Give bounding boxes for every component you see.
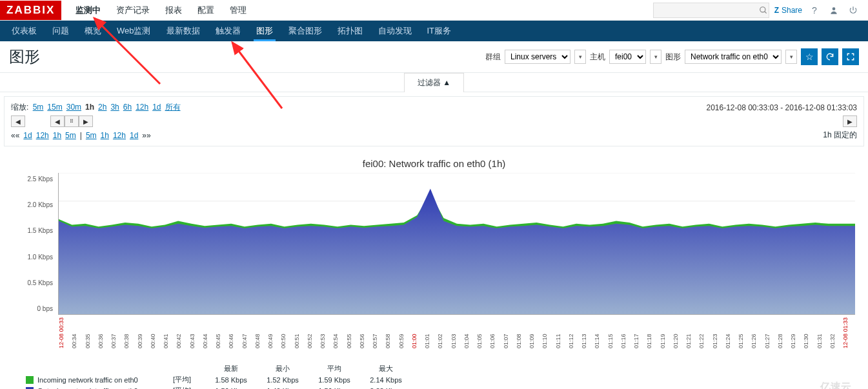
quick-l-5m[interactable]: 5m (65, 131, 76, 140)
page-title: 图形 (9, 46, 40, 67)
group-select[interactable]: Linux servers (505, 50, 570, 64)
power-icon[interactable] (846, 3, 860, 17)
search-input[interactable] (654, 6, 758, 15)
zoom-2h[interactable]: 2h (98, 103, 106, 112)
top-nav-2[interactable]: 报表 (157, 0, 190, 21)
quick-l-1h[interactable]: 1h (53, 131, 61, 140)
top-nav-3[interactable]: 配置 (190, 0, 222, 21)
watermark: 亿速云 (820, 381, 851, 389)
filter-tab-bar: 过滤器 ▲ (0, 72, 868, 92)
zoom-15m[interactable]: 15m (47, 103, 62, 112)
zoom-links: 缩放: 5m15m30m1h2h3h6h12h1d所有 (11, 102, 183, 113)
zoom-label: 缩放: (11, 103, 28, 112)
sub-nav-9[interactable]: 自动发现 (370, 21, 419, 41)
host-label: 主机 (590, 52, 605, 63)
slider-right-button[interactable]: ▶ (79, 115, 93, 127)
svg-point-2 (833, 7, 836, 10)
quick-l-12h[interactable]: 12h (36, 131, 49, 140)
quick-nav-left: ««1d12h1h5m | 5m1h12h1d»» (11, 131, 151, 140)
quick-l-1d[interactable]: 1d (23, 131, 32, 140)
zoom-30m[interactable]: 30m (66, 103, 81, 112)
fixed-label: 1h 固定的 (823, 130, 857, 141)
sub-nav-0[interactable]: 仪表板 (4, 21, 45, 41)
top-header: ZABBIX 监测中资产记录报表配置管理 ZShare ? (0, 0, 868, 21)
help-icon[interactable]: ? (807, 3, 822, 17)
slider-grip-button[interactable]: ⠿ (65, 115, 79, 127)
quick-r-12h[interactable]: 12h (113, 131, 126, 140)
quick-r-1h[interactable]: 1h (101, 131, 109, 140)
quick-r-5m[interactable]: 5m (86, 131, 97, 140)
legend-swatch (26, 376, 34, 384)
top-nav-0[interactable]: 监测中 (68, 0, 108, 21)
legend-swatch (26, 387, 34, 389)
sub-nav-5[interactable]: 触发器 (208, 21, 248, 41)
top-nav: 监测中资产记录报表配置管理 (68, 0, 254, 21)
sub-nav-10[interactable]: IT服务 (419, 21, 459, 41)
user-icon[interactable] (827, 3, 841, 17)
svg-point-0 (760, 6, 765, 12)
share-link[interactable]: ZShare (774, 6, 802, 15)
filter-toggle[interactable]: 过滤器 ▲ (404, 73, 464, 92)
zoom-所有[interactable]: 所有 (165, 103, 181, 112)
logo: ZABBIX (0, 1, 61, 20)
y-axis: 2.5 Kbps2.0 Kbps1.5 Kbps1.0 Kbps0.5 Kbps… (13, 173, 58, 315)
time-prev-button[interactable]: ◀ (11, 115, 25, 127)
time-next-button[interactable]: ▶ (843, 115, 857, 127)
chart-plot (58, 173, 855, 315)
fullscreen-button[interactable] (842, 48, 859, 65)
graph-select[interactable]: Network traffic on eth0 (685, 50, 782, 64)
sub-nav-4[interactable]: 最新数据 (159, 21, 208, 41)
sub-nav-6[interactable]: 图形 (248, 21, 281, 41)
quick-l-««[interactable]: «« (11, 131, 19, 140)
sub-nav-3[interactable]: Web监测 (109, 21, 159, 41)
zoom-1h[interactable]: 1h (85, 103, 94, 112)
host-dropdown-icon[interactable]: ▾ (650, 50, 661, 64)
quick-r-»»[interactable]: »» (142, 131, 150, 140)
refresh-button[interactable] (822, 48, 838, 65)
quick-r-1d[interactable]: 1d (130, 131, 138, 140)
time-range: 2016-12-08 00:33:03 - 2016-12-08 01:33:0… (706, 103, 857, 112)
zoom-6h[interactable]: 6h (123, 103, 132, 112)
sub-nav: 仪表板问题概览Web监测最新数据触发器图形聚合图形拓扑图自动发现IT服务 (0, 21, 868, 41)
zoom-12h[interactable]: 12h (136, 103, 148, 112)
search-icon[interactable] (758, 3, 769, 17)
top-nav-1[interactable]: 资产记录 (108, 0, 157, 21)
slider-left-button[interactable]: ◀ (50, 115, 65, 127)
zoom-1d[interactable]: 1d (152, 103, 161, 112)
title-bar: 图形 群组 Linux servers ▾ 主机 fei00 ▾ 图形 Netw… (0, 41, 868, 73)
time-panel: 缩放: 5m15m30m1h2h3h6h12h1d所有 2016-12-08 0… (4, 96, 864, 146)
group-dropdown-icon[interactable]: ▾ (574, 50, 586, 64)
zoom-5m[interactable]: 5m (33, 103, 44, 112)
chart-title: fei00: Network traffic on eth0 (1h) (13, 154, 855, 173)
search-box[interactable] (653, 3, 769, 18)
graph-dropdown-icon[interactable]: ▾ (785, 50, 797, 64)
top-nav-4[interactable]: 管理 (222, 0, 254, 21)
sub-nav-8[interactable]: 拓扑图 (330, 21, 370, 41)
sub-nav-1[interactable]: 问题 (45, 21, 77, 41)
svg-line-1 (764, 11, 766, 13)
sub-nav-7[interactable]: 聚合图形 (281, 21, 330, 41)
favorite-button[interactable]: ☆ (801, 48, 818, 65)
graph-label: 图形 (665, 52, 681, 63)
host-select[interactable]: fei00 (609, 50, 646, 64)
sub-nav-2[interactable]: 概览 (77, 21, 109, 41)
group-label: 群组 (485, 52, 501, 63)
zoom-3h[interactable]: 3h (110, 103, 119, 112)
x-axis: 12-08 00:3300:3400:3500:3600:3700:3800:3… (58, 315, 855, 348)
chart-legend: 最新最小平均最大Incoming network traffic on eth0… (26, 364, 855, 389)
chart-container: fei00: Network traffic on eth0 (1h) 2.5 … (4, 150, 864, 389)
